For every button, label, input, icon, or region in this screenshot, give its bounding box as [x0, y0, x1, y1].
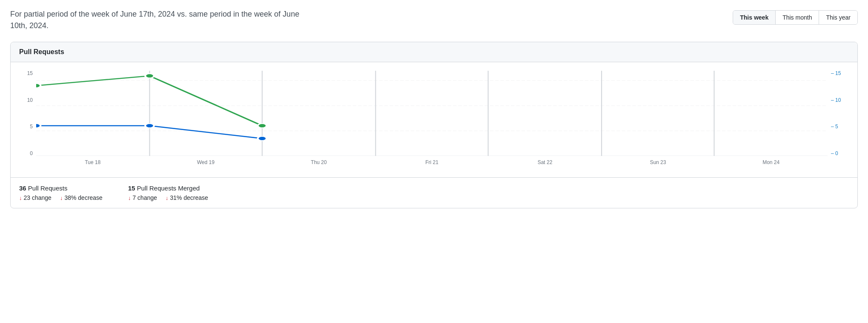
arrow-down-icon-2: ↓ [60, 195, 63, 201]
x-tick-tue18: Tue 18 [36, 159, 149, 165]
pull-requests-details: ↓ 23 change ↓ 38% decrease [19, 194, 103, 201]
y-tick-10: 10 [19, 98, 36, 103]
plot-area [36, 71, 828, 156]
stat-pull-requests: 36 Pull Requests ↓ 23 change ↓ 38% decre… [19, 185, 103, 201]
card-footer: 36 Pull Requests ↓ 23 change ↓ 38% decre… [11, 177, 857, 208]
svg-point-10 [36, 84, 40, 88]
pull-requests-title: 36 Pull Requests [19, 185, 103, 192]
y-tick-0: 0 [19, 151, 36, 156]
y-tick-right-10: – 10 [828, 98, 849, 103]
y-tick-right-0: – 0 [828, 151, 849, 156]
x-axis: Tue 18 Wed 19 Thu 20 Fri 21 Sat 22 Sun 2… [36, 156, 828, 173]
svg-point-11 [145, 74, 154, 78]
svg-point-14 [145, 124, 154, 128]
this-year-button[interactable]: This year [819, 11, 857, 24]
period-button-group: This week This month This year [733, 10, 858, 25]
this-month-button[interactable]: This month [776, 11, 819, 24]
header-row: For partial period of the week of June 1… [10, 9, 858, 32]
merged-change: ↓ 7 change [128, 194, 157, 201]
svg-point-12 [258, 124, 267, 128]
x-tick-wed19: Wed 19 [149, 159, 263, 165]
x-tick-thu20: Thu 20 [262, 159, 375, 165]
chart-container: 0 5 10 15 – 0 – 5 – 10 – 15 [19, 71, 849, 173]
chart-svg [36, 71, 828, 156]
card-header: Pull Requests [11, 42, 857, 62]
x-tick-mon24: Mon 24 [714, 159, 828, 165]
arrow-down-icon-3: ↓ [128, 195, 131, 201]
svg-point-13 [36, 124, 40, 128]
x-tick-sun23: Sun 23 [602, 159, 715, 165]
chart-area: 0 5 10 15 – 0 – 5 – 10 – 15 [11, 62, 857, 177]
pull-requests-merged-title: 15 Pull Requests Merged [128, 185, 208, 192]
svg-point-15 [258, 136, 267, 141]
merged-decrease: ↓ 31% decrease [166, 194, 208, 201]
arrow-down-icon-4: ↓ [166, 195, 168, 201]
y-tick-5: 5 [19, 124, 36, 129]
card-title: Pull Requests [19, 48, 64, 55]
arrow-down-icon: ↓ [19, 195, 22, 201]
y-axis-left: 0 5 10 15 [19, 71, 36, 156]
subtitle: For partial period of the week of June 1… [10, 9, 308, 32]
stat-pull-requests-merged: 15 Pull Requests Merged ↓ 7 change ↓ 31%… [128, 185, 208, 201]
y-tick-15: 15 [19, 71, 36, 76]
y-axis-right: – 0 – 5 – 10 – 15 [828, 71, 849, 156]
y-tick-right-15: – 15 [828, 71, 849, 76]
pull-requests-change: ↓ 23 change [19, 194, 51, 201]
pull-requests-card: Pull Requests 0 5 10 15 – 0 – 5 – 10 – 1… [10, 42, 858, 208]
y-tick-right-5: – 5 [828, 124, 849, 129]
x-tick-sat22: Sat 22 [488, 159, 602, 165]
pull-requests-decrease: ↓ 38% decrease [60, 194, 103, 201]
x-tick-fri21: Fri 21 [375, 159, 488, 165]
pull-requests-merged-details: ↓ 7 change ↓ 31% decrease [128, 194, 208, 201]
this-week-button[interactable]: This week [733, 11, 776, 24]
